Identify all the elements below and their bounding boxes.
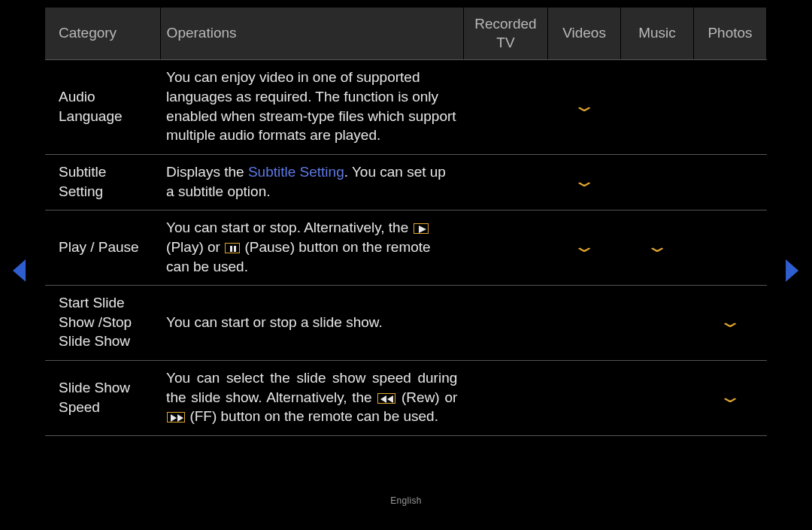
videos-cell [548, 361, 621, 436]
table-row: Start Slide Show /Stop Slide ShowYou can… [45, 286, 767, 361]
col-operations: Operations [160, 8, 463, 60]
music-cell: ⌄ [621, 210, 694, 286]
manual-page: Category Operations Recorded TV Videos M… [0, 0, 812, 436]
features-table: Category Operations Recorded TV Videos M… [45, 8, 767, 436]
col-photos: Photos [694, 8, 767, 60]
operations-cell: You can enjoy video in one of supported … [160, 60, 463, 155]
videos-cell: ⌄ [548, 60, 621, 155]
category-cell: Start Slide Show /Stop Slide Show [45, 286, 160, 361]
play-icon [414, 223, 429, 234]
rew-icon [377, 393, 395, 404]
table-row: Slide Show SpeedYou can select the slide… [45, 361, 767, 436]
photos-cell [694, 210, 767, 286]
col-recorded: Recorded TV [463, 8, 547, 60]
music-cell [621, 361, 694, 436]
videos-cell [548, 286, 621, 361]
category-cell: Play / Pause [45, 210, 160, 286]
check-icon: ⌄ [718, 389, 742, 405]
prev-page-arrow-icon[interactable]: ◀ [13, 250, 26, 285]
operations-cell: You can start or stop. Alternatively, th… [160, 210, 463, 286]
col-category: Category [45, 8, 160, 60]
recorded-cell [463, 60, 547, 155]
inline-term: Subtitle Setting [248, 164, 344, 180]
recorded-cell [463, 210, 547, 286]
table-header-row: Category Operations Recorded TV Videos M… [45, 8, 767, 60]
videos-cell: ⌄ [548, 210, 621, 286]
svg-marker-3 [380, 395, 386, 403]
operations-cell: You can select the slide show speed duri… [160, 361, 463, 436]
table-row: Subtitle SettingDisplays the Subtitle Se… [45, 154, 767, 210]
music-cell [621, 154, 694, 210]
table-body: Audio LanguageYou can enjoy video in one… [45, 60, 767, 436]
svg-marker-4 [387, 395, 393, 403]
svg-marker-5 [171, 414, 177, 422]
pause-icon [225, 243, 240, 253]
table-row: Audio LanguageYou can enjoy video in one… [45, 60, 767, 155]
category-cell: Audio Language [45, 60, 160, 155]
music-cell [621, 60, 694, 155]
svg-rect-2 [234, 246, 236, 252]
ff-icon [167, 412, 185, 422]
svg-rect-1 [230, 246, 232, 252]
category-cell: Subtitle Setting [45, 154, 160, 210]
svg-marker-6 [177, 414, 183, 422]
col-videos: Videos [548, 8, 621, 60]
videos-cell: ⌄ [548, 154, 621, 210]
operations-cell: You can start or stop a slide show. [160, 286, 463, 361]
music-cell [621, 286, 694, 361]
footer-language: English [0, 495, 812, 506]
recorded-cell [463, 286, 547, 361]
recorded-cell [463, 154, 547, 210]
check-icon: ⌄ [572, 173, 596, 189]
photos-cell: ⌄ [694, 361, 767, 436]
check-icon: ⌄ [645, 238, 669, 255]
category-cell: Slide Show Speed [45, 361, 160, 436]
check-icon: ⌄ [572, 98, 596, 114]
col-music: Music [621, 8, 694, 60]
photos-cell [694, 154, 767, 210]
table-row: Play / PauseYou can start or stop. Alter… [45, 210, 767, 286]
photos-cell: ⌄ [694, 286, 767, 361]
svg-marker-0 [419, 226, 426, 233]
check-icon: ⌄ [718, 313, 742, 330]
next-page-arrow-icon[interactable]: ▶ [786, 250, 799, 285]
check-icon: ⌄ [572, 238, 596, 255]
operations-cell: Displays the Subtitle Setting. You can s… [160, 154, 463, 210]
photos-cell [694, 60, 767, 155]
recorded-cell [463, 361, 547, 436]
